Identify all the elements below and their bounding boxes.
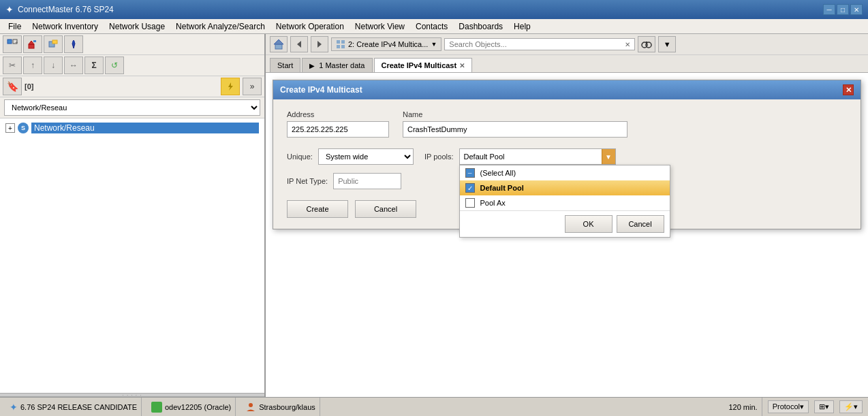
default-pool-item[interactable]: ✓ Default Pool [460, 180, 670, 195]
pool-ax-checkbox[interactable] [465, 198, 475, 208]
svg-marker-4 [29, 41, 34, 44]
lightning-status-button[interactable]: ⚡▾ [839, 400, 863, 413]
minimize-button[interactable]: ─ [823, 4, 835, 15]
ip-net-type-input[interactable] [333, 173, 401, 189]
more-button[interactable]: » [243, 78, 262, 95]
add-object-button[interactable]: + [3, 35, 22, 53]
sum-button[interactable]: Σ [84, 57, 104, 74]
title-bar: ✦ ConnectMaster 6.76 SP24 ─ □ ✕ [0, 0, 868, 19]
menu-file[interactable]: File [3, 20, 27, 33]
menu-dashboards[interactable]: Dashboards [453, 20, 508, 33]
menu-contacts[interactable]: Contacts [410, 20, 453, 33]
ip-net-type-label: IP Net Type: [287, 177, 328, 185]
dialog-title-bar: Create IPv4 Multicast ✕ [273, 80, 861, 99]
close-button[interactable]: ✕ [850, 4, 863, 15]
tabs-bar: Start ▶ 1 Master data Create IPv4 Multic… [266, 55, 868, 73]
menu-network-usage[interactable]: Network Usage [104, 20, 170, 33]
status-db-user: odev12205 (Oracle) [147, 398, 236, 416]
pin-button[interactable] [64, 35, 83, 53]
tab-create-multicast-label: Create IPv4 Multicast [382, 61, 457, 69]
right-toolbar: 2: Create IPv4 Multica... ▼ ✕ ▼ [266, 34, 868, 55]
main-layout: + ✂ ↑ ↓ ↔ Σ ↺ 🔖 [0] [0, 34, 868, 397]
move-down-button[interactable]: ↓ [44, 57, 63, 74]
tree-root-item[interactable]: + S Network/Reseau [3, 121, 262, 135]
cut-button[interactable]: ✂ [3, 57, 22, 74]
unique-select[interactable]: System wide [318, 148, 414, 165]
toolbar-row-1: + [0, 34, 264, 55]
create-button[interactable]: Create [287, 200, 348, 218]
resize-handle[interactable]: · · · · · [0, 393, 264, 397]
dropdown-cancel-button[interactable]: Cancel [617, 215, 664, 233]
pool-ax-label: Pool Ax [480, 199, 506, 207]
binoculars-button[interactable] [638, 36, 655, 52]
default-pool-label: Default Pool [480, 184, 524, 192]
ip-pools-dropdown-container: Default Pool ▼ ─ (Select All) [459, 148, 616, 165]
config-button[interactable] [44, 35, 63, 53]
unique-label: Unique: [287, 153, 313, 161]
breadcrumb-arrow-icon: ▼ [431, 41, 437, 48]
move-lr-button[interactable]: ↔ [64, 57, 83, 74]
svg-rect-17 [337, 45, 340, 48]
tab-arrow-icon: ▶ [309, 62, 315, 69]
tree-network-selector[interactable]: Network/Reseau [4, 99, 260, 116]
left-panel: + ✂ ↑ ↓ ↔ Σ ↺ 🔖 [0] [0, 34, 266, 397]
address-name-row: Address Name [287, 110, 847, 138]
dialog-close-button[interactable]: ✕ [843, 84, 854, 95]
breadcrumb-dropdown[interactable]: 2: Create IPv4 Multica... ▼ [331, 37, 441, 51]
bookmark-button[interactable]: 🔖 [3, 78, 22, 95]
select-all-item[interactable]: ─ (Select All) [460, 165, 670, 180]
default-pool-checkbox[interactable]: ✓ [465, 183, 475, 193]
tab-start[interactable]: Start [270, 58, 300, 72]
window-controls: ─ □ ✕ [823, 4, 863, 15]
name-input[interactable] [403, 121, 627, 138]
toolbar-row-2: ✂ ↑ ↓ ↔ Σ ↺ [0, 55, 264, 76]
right-panel: 2: Create IPv4 Multica... ▼ ✕ ▼ Start [266, 34, 868, 397]
tab-create-multicast[interactable]: Create IPv4 Multicast ✕ [374, 58, 473, 72]
search-clear-icon[interactable]: ✕ [625, 41, 630, 48]
layout-button[interactable]: ⊞▾ [814, 400, 834, 413]
ip-pools-dropdown-trigger[interactable]: Default Pool ▼ [459, 148, 616, 165]
tab-master-data[interactable]: ▶ 1 Master data [302, 58, 372, 72]
refresh-button[interactable]: ↺ [105, 57, 124, 74]
toolbar-row-3: 🔖 [0] » [0, 76, 264, 97]
more-right-button[interactable]: ▼ [658, 36, 676, 52]
forward-button[interactable] [311, 36, 328, 52]
move-up-button[interactable]: ↑ [23, 57, 42, 74]
menu-help[interactable]: Help [508, 20, 536, 33]
pool-ax-item[interactable]: Pool Ax [460, 195, 670, 210]
tree-expand-icon[interactable]: + [5, 123, 15, 133]
app-icon: ✦ [5, 4, 14, 15]
menu-network-inventory[interactable]: Network Inventory [27, 20, 104, 33]
svg-rect-11 [275, 44, 282, 49]
protocol-button[interactable]: Protocol▾ [768, 400, 809, 413]
back-button[interactable] [290, 36, 308, 52]
svg-rect-16 [341, 40, 345, 44]
user-icon [245, 402, 256, 413]
lightning-button[interactable] [221, 78, 240, 95]
timer-label: 120 min. [728, 403, 757, 411]
select-all-checkbox[interactable]: ─ [465, 168, 475, 178]
cancel-button[interactable]: Cancel [355, 200, 416, 218]
address-input[interactable] [287, 121, 389, 138]
menu-network-operation[interactable]: Network Operation [270, 20, 350, 33]
tab-close-icon[interactable]: ✕ [459, 62, 465, 69]
svg-rect-15 [337, 40, 340, 44]
home-button[interactable] [270, 36, 288, 52]
dropdown-footer: OK Cancel [460, 210, 670, 237]
unique-ippools-row: Unique: System wide IP pools: Default Po… [287, 148, 847, 165]
maximize-button[interactable]: □ [837, 4, 849, 15]
tab-start-label: Start [277, 61, 293, 69]
menu-network-analyze[interactable]: Network Analyze/Search [170, 20, 270, 33]
svg-marker-13 [297, 41, 301, 48]
edit-button[interactable] [23, 35, 42, 53]
ip-pools-dropdown-arrow[interactable]: ▼ [602, 149, 615, 164]
svg-marker-14 [317, 41, 322, 48]
menu-network-view[interactable]: Network View [350, 20, 410, 33]
search-input[interactable] [449, 40, 625, 48]
status-timer: 120 min. [724, 398, 762, 416]
menu-bar: File Network Inventory Network Usage Net… [0, 19, 868, 34]
app-version-label: 6.76 SP24 RELEASE CANDIDATE [20, 403, 137, 411]
tree-item-label[interactable]: Network/Reseau [31, 123, 259, 133]
search-box[interactable]: ✕ [444, 38, 635, 50]
dropdown-ok-button[interactable]: OK [565, 215, 613, 233]
